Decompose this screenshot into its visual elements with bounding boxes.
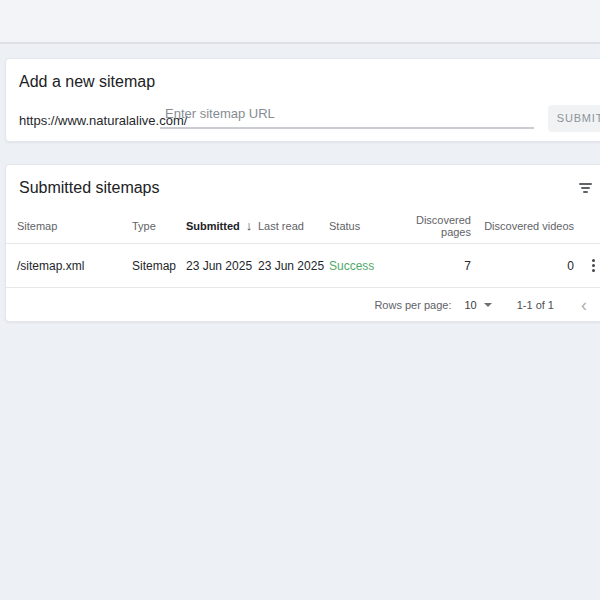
cell-submitted-date: 23 Jun 2025 — [186, 259, 258, 273]
header-sitemap[interactable]: Sitemap — [17, 220, 132, 232]
sitemap-url-input[interactable] — [160, 99, 534, 129]
cell-discovered-pages: 7 — [405, 259, 471, 273]
top-bar — [0, 0, 600, 44]
header-submitted-label: Submitted — [186, 220, 240, 232]
cell-last-read-date: 23 Jun 2025 — [258, 259, 329, 273]
header-status[interactable]: Status — [329, 220, 405, 232]
pagination-range-label: 1-1 of 1 — [517, 299, 554, 311]
header-submitted[interactable]: Submitted ↓ — [186, 219, 258, 232]
add-sitemap-card: Add a new sitemap https://www.naturalali… — [5, 58, 600, 142]
submitted-sitemaps-title: Submitted sitemaps — [19, 178, 160, 198]
rows-per-page-dropdown-icon[interactable] — [484, 303, 492, 307]
filter-icon[interactable] — [578, 183, 592, 195]
sort-desc-icon: ↓ — [246, 219, 253, 232]
row-kebab-menu-icon[interactable] — [590, 255, 597, 275]
cell-discovered-videos: 0 — [471, 259, 574, 273]
cell-type: Sitemap — [132, 259, 186, 273]
table-pagination-footer: Rows per page: 10 1-1 of 1 ‹ › — [6, 288, 600, 322]
submitted-sitemaps-card: Submitted sitemaps Sitemap Type Submitte… — [5, 164, 600, 322]
header-discovered-pages[interactable]: Discovered pages — [405, 214, 471, 238]
header-discovered-videos[interactable]: Discovered videos — [471, 220, 574, 232]
cell-status-badge: Success — [329, 259, 405, 273]
add-sitemap-title: Add a new sitemap — [19, 72, 155, 92]
table-header-row: Sitemap Type Submitted ↓ Last read Statu… — [6, 208, 600, 244]
header-type[interactable]: Type — [132, 220, 186, 232]
table-row: /sitemap.xml Sitemap 23 Jun 2025 23 Jun … — [6, 244, 600, 288]
prev-page-icon[interactable]: ‹ — [581, 296, 587, 314]
rows-per-page-label: Rows per page: — [374, 299, 451, 311]
rows-per-page-value[interactable]: 10 — [464, 299, 476, 311]
cell-sitemap-path[interactable]: /sitemap.xml — [17, 259, 132, 273]
submit-button[interactable]: SUBMIT — [548, 105, 600, 132]
header-last-read[interactable]: Last read — [258, 220, 329, 232]
